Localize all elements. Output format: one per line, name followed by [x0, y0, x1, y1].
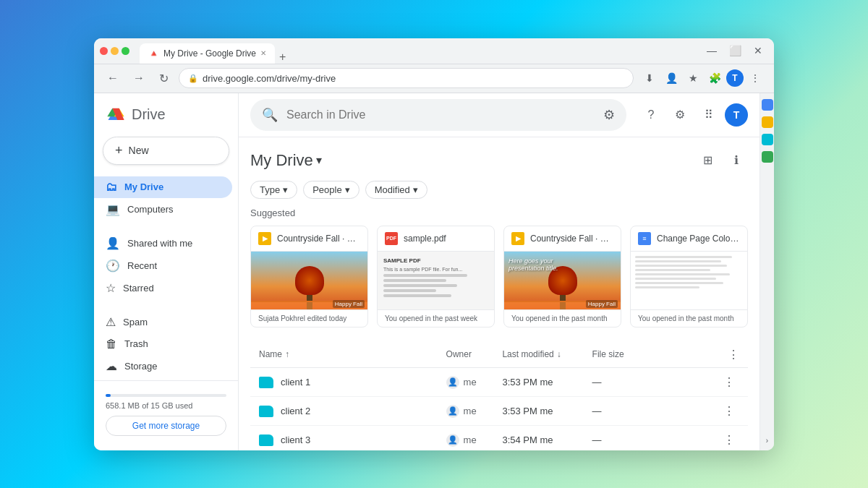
restore-win-icon[interactable]: ⬜	[725, 40, 745, 61]
storage-section: 658.1 MB of 15 GB used Get more storage	[94, 380, 238, 445]
profile-icon-btn[interactable]: 👤	[661, 68, 681, 88]
tabs-row: 🔺 My Drive - Google Drive ✕ +	[140, 38, 290, 64]
filter-people-arrow: ▾	[345, 184, 350, 195]
files-table: Name ↑ Owner Last modified ↓	[250, 342, 748, 450]
download-icon[interactable]: ⬇	[639, 68, 660, 88]
search-filter-icon[interactable]: ⚙	[603, 107, 615, 123]
drive-logo-text: Drive	[132, 106, 166, 123]
modified-sort-icon: ↓	[557, 349, 561, 359]
more-actions-icon[interactable]: ⋮	[719, 432, 739, 448]
card-header-4: ≡ Change Page Color in Goo...	[631, 226, 747, 252]
chrome-menu-icon[interactable]: ⋮	[745, 68, 765, 88]
extension-icon[interactable]: 🧩	[705, 68, 725, 88]
address-bar[interactable]: 🔒 drive.google.com/drive/my-drive	[179, 68, 634, 88]
minimize-win-icon[interactable]: —	[702, 40, 722, 61]
shared-icon: 👤	[106, 236, 120, 250]
sidebar-item-storage[interactable]: ☁ Storage	[94, 355, 232, 377]
bookmark-icon[interactable]: ★	[683, 68, 703, 88]
new-button[interactable]: + New	[103, 137, 229, 165]
sidebar-item-recent[interactable]: 🕐 Recent	[94, 254, 232, 277]
slides-type-icon-3: ▶	[511, 232, 524, 245]
minimize-button[interactable]	[111, 47, 119, 55]
col-header-name[interactable]: Name ↑	[250, 342, 438, 368]
app-body: Drive + New 🗂 My Drive 💻 Computers 👤	[94, 93, 774, 450]
sidebar-item-trash[interactable]: 🗑 Trash	[94, 333, 232, 355]
active-tab[interactable]: 🔺 My Drive - Google Drive ✕	[140, 43, 275, 64]
refresh-button[interactable]: ↻	[155, 69, 173, 88]
sidebar-item-shared[interactable]: 👤 Shared with me	[94, 232, 232, 254]
grid-view-icon[interactable]: ⊞	[696, 149, 719, 172]
tab-title: My Drive - Google Drive	[163, 48, 256, 59]
my-drive-header: My Drive ▾ ⊞ ℹ	[250, 137, 748, 181]
file-owner-cell: 👤 me	[438, 368, 494, 397]
folder-icon	[259, 406, 273, 417]
info-icon[interactable]: ℹ	[725, 149, 748, 172]
filter-people[interactable]: People ▾	[303, 181, 359, 199]
title-dropdown-icon[interactable]: ▾	[316, 153, 322, 167]
more-actions-icon[interactable]: ⋮	[719, 403, 739, 419]
sidebar-item-label-shared: Shared with me	[127, 238, 192, 249]
profile-avatar[interactable]: T	[725, 103, 748, 127]
storage-icon: ☁	[106, 359, 117, 373]
storage-bar-bg	[106, 394, 226, 397]
right-panel-docs-icon[interactable]	[762, 99, 773, 111]
filter-type-label: Type	[260, 184, 280, 195]
sidebar-item-my-drive[interactable]: 🗂 My Drive	[94, 176, 232, 198]
file-modified-cell: 3:54 PM me	[493, 426, 583, 450]
file-name: client 2	[281, 406, 310, 416]
recent-icon: 🕐	[106, 259, 120, 273]
suggested-label: Suggested	[250, 207, 748, 218]
new-tab-button[interactable]: +	[275, 51, 290, 64]
table-row[interactable]: client 1 👤 me 3:53 PM me — ⋮	[250, 368, 748, 397]
apps-icon[interactable]: ⠿	[696, 102, 722, 128]
pdf-type-icon: PDF	[385, 232, 398, 245]
chrome-profile-avatar[interactable]: T	[726, 69, 744, 87]
owner-name: me	[464, 377, 477, 388]
search-input[interactable]	[286, 108, 595, 121]
suggested-card-4[interactable]: ≡ Change Page Color in Goo...	[630, 226, 748, 328]
card-header-3: ▶ Countryside Fall · SlidesM...	[504, 226, 621, 252]
top-bar: 🔍 ⚙ ? ⚙ ⠿ T	[239, 93, 760, 137]
suggested-card-1[interactable]: ▶ Countryside Fall · SlidesM... Happy Fa…	[250, 226, 368, 328]
address-text: drive.google.com/drive/my-drive	[203, 73, 336, 84]
close-button[interactable]	[100, 47, 108, 55]
window-controls	[100, 47, 129, 55]
tab-close-icon[interactable]: ✕	[260, 49, 266, 57]
sidebar-item-spam[interactable]: ⚠ Spam	[94, 311, 232, 333]
sidebar-item-label-trash: Trash	[124, 338, 148, 349]
settings-icon[interactable]: ⚙	[667, 102, 693, 128]
right-panel-keep-icon[interactable]	[762, 116, 773, 128]
file-size-cell: — ⋮	[584, 426, 748, 450]
close-win-icon[interactable]: ✕	[748, 40, 768, 61]
suggested-card-2[interactable]: PDF sample.pdf SAMPLE PDF This is a samp…	[377, 226, 495, 328]
forward-button[interactable]: →	[129, 69, 149, 87]
right-panel-tasks-icon[interactable]	[762, 134, 773, 145]
sidebar-item-label-my-drive: My Drive	[124, 181, 163, 192]
more-actions-icon[interactable]: ⋮	[719, 374, 739, 390]
get-storage-button[interactable]: Get more storage	[106, 416, 226, 436]
suggested-card-3[interactable]: ▶ Countryside Fall · SlidesM... Here goe…	[503, 226, 621, 328]
filter-modified-label: Modified	[375, 184, 410, 195]
filter-modified-arrow: ▾	[413, 184, 418, 195]
sidebar-item-starred[interactable]: ☆ Starred	[94, 277, 232, 299]
owner-icon: 👤	[446, 434, 459, 447]
maximize-button[interactable]	[122, 47, 129, 55]
back-button[interactable]: ←	[103, 69, 123, 87]
col-options-icon[interactable]: ⋮	[728, 348, 739, 361]
card-header-2: PDF sample.pdf	[378, 226, 494, 252]
right-panel-contacts-icon[interactable]	[762, 151, 773, 163]
filter-modified[interactable]: Modified ▾	[365, 181, 427, 199]
new-button-icon: +	[115, 143, 123, 158]
spam-icon: ⚠	[106, 315, 116, 329]
table-row[interactable]: client 2 👤 me 3:53 PM me — ⋮	[250, 397, 748, 426]
filter-people-label: People	[312, 184, 341, 195]
help-icon[interactable]: ?	[638, 102, 664, 128]
col-header-modified[interactable]: Last modified ↓	[493, 342, 583, 368]
right-panel-expand-icon[interactable]: ›	[766, 437, 768, 445]
table-row[interactable]: client 3 👤 me 3:54 PM me — ⋮	[250, 426, 748, 450]
browser-window: 🔺 My Drive - Google Drive ✕ + — ⬜ ✕ ← → …	[94, 38, 774, 450]
storage-bar-fill	[106, 394, 111, 397]
suggested-section: Suggested ▶ Countryside Fall · SlidesM..…	[250, 207, 748, 328]
sidebar-item-computers[interactable]: 💻 Computers	[94, 198, 232, 221]
filter-type[interactable]: Type ▾	[250, 181, 297, 199]
